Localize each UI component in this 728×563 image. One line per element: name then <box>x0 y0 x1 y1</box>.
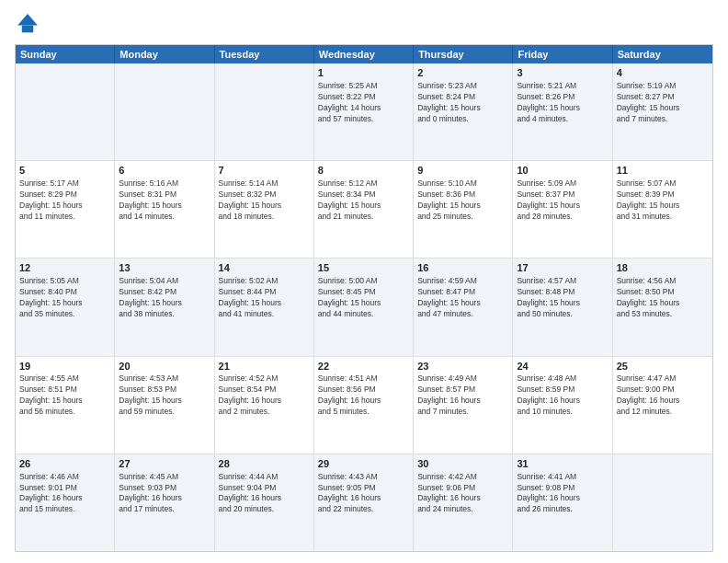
cal-cell: 29Sunrise: 4:43 AM Sunset: 9:05 PM Dayli… <box>314 454 414 551</box>
cell-info: Sunrise: 4:44 AM Sunset: 9:04 PM Dayligh… <box>219 472 310 516</box>
cal-cell: 26Sunrise: 4:46 AM Sunset: 9:01 PM Dayli… <box>16 454 115 551</box>
cell-info: Sunrise: 5:25 AM Sunset: 8:22 PM Dayligh… <box>318 81 409 125</box>
cal-cell: 23Sunrise: 4:49 AM Sunset: 8:57 PM Dayli… <box>414 357 513 454</box>
day-number: 12 <box>19 261 110 275</box>
cal-cell: 6Sunrise: 5:16 AM Sunset: 8:31 PM Daylig… <box>115 161 214 258</box>
cal-row-3: 19Sunrise: 4:55 AM Sunset: 8:51 PM Dayli… <box>16 357 712 454</box>
cal-cell: 1Sunrise: 5:25 AM Sunset: 8:22 PM Daylig… <box>314 63 414 160</box>
cell-info: Sunrise: 5:09 AM Sunset: 8:37 PM Dayligh… <box>517 178 608 223</box>
cell-info: Sunrise: 5:04 AM Sunset: 8:42 PM Dayligh… <box>119 276 210 320</box>
cell-info: Sunrise: 4:55 AM Sunset: 8:51 PM Dayligh… <box>19 373 110 418</box>
cal-cell: 22Sunrise: 4:51 AM Sunset: 8:56 PM Dayli… <box>314 357 414 454</box>
cal-cell: 20Sunrise: 4:53 AM Sunset: 8:53 PM Dayli… <box>115 357 214 454</box>
cal-header-thursday: Thursday <box>414 45 513 63</box>
cal-cell: 12Sunrise: 5:05 AM Sunset: 8:40 PM Dayli… <box>16 259 115 355</box>
cal-cell: 19Sunrise: 4:55 AM Sunset: 8:51 PM Dayli… <box>16 357 115 454</box>
day-number: 23 <box>417 360 508 373</box>
cal-cell: 15Sunrise: 5:00 AM Sunset: 8:45 PM Dayli… <box>314 259 414 355</box>
cell-info: Sunrise: 5:10 AM Sunset: 8:36 PM Dayligh… <box>417 178 508 223</box>
cell-info: Sunrise: 5:00 AM Sunset: 8:45 PM Dayligh… <box>318 276 409 320</box>
day-number: 30 <box>417 457 508 471</box>
cal-header-friday: Friday <box>513 45 612 63</box>
day-number: 3 <box>517 66 608 80</box>
day-number: 15 <box>318 261 409 275</box>
cal-row-0: 1Sunrise: 5:25 AM Sunset: 8:22 PM Daylig… <box>16 63 712 161</box>
cell-info: Sunrise: 5:02 AM Sunset: 8:44 PM Dayligh… <box>219 276 310 320</box>
day-number: 8 <box>318 164 409 178</box>
cell-info: Sunrise: 4:57 AM Sunset: 8:48 PM Dayligh… <box>517 276 608 320</box>
day-number: 13 <box>119 261 210 275</box>
header <box>15 11 713 37</box>
cal-cell: 2Sunrise: 5:23 AM Sunset: 8:24 PM Daylig… <box>414 63 513 160</box>
cal-cell: 17Sunrise: 4:57 AM Sunset: 8:48 PM Dayli… <box>513 259 612 355</box>
cell-info: Sunrise: 5:16 AM Sunset: 8:31 PM Dayligh… <box>119 178 210 223</box>
calendar-header: SundayMondayTuesdayWednesdayThursdayFrid… <box>16 45 712 63</box>
cal-cell: 3Sunrise: 5:21 AM Sunset: 8:26 PM Daylig… <box>513 63 612 160</box>
day-number: 22 <box>318 360 409 373</box>
cal-cell: 11Sunrise: 5:07 AM Sunset: 8:39 PM Dayli… <box>613 161 712 258</box>
day-number: 14 <box>219 261 310 275</box>
cell-info: Sunrise: 4:53 AM Sunset: 8:53 PM Dayligh… <box>119 373 210 418</box>
cell-info: Sunrise: 4:56 AM Sunset: 8:50 PM Dayligh… <box>617 276 709 320</box>
cal-cell <box>613 454 712 551</box>
day-number: 20 <box>119 360 210 373</box>
cal-cell: 7Sunrise: 5:14 AM Sunset: 8:32 PM Daylig… <box>215 161 314 258</box>
cell-info: Sunrise: 4:52 AM Sunset: 8:54 PM Dayligh… <box>219 373 310 418</box>
cal-cell: 5Sunrise: 5:17 AM Sunset: 8:29 PM Daylig… <box>16 161 115 258</box>
day-number: 6 <box>119 164 210 178</box>
cal-cell: 28Sunrise: 4:44 AM Sunset: 9:04 PM Dayli… <box>215 454 314 551</box>
day-number: 4 <box>617 66 709 80</box>
cell-info: Sunrise: 5:07 AM Sunset: 8:39 PM Dayligh… <box>617 178 709 223</box>
calendar: SundayMondayTuesdayWednesdayThursdayFrid… <box>15 44 713 552</box>
cal-cell: 10Sunrise: 5:09 AM Sunset: 8:37 PM Dayli… <box>513 161 612 258</box>
cell-info: Sunrise: 4:49 AM Sunset: 8:57 PM Dayligh… <box>417 373 508 418</box>
cell-info: Sunrise: 5:05 AM Sunset: 8:40 PM Dayligh… <box>19 276 110 320</box>
cal-cell: 13Sunrise: 5:04 AM Sunset: 8:42 PM Dayli… <box>115 259 214 355</box>
calendar-body: 1Sunrise: 5:25 AM Sunset: 8:22 PM Daylig… <box>16 63 712 551</box>
cal-cell: 9Sunrise: 5:10 AM Sunset: 8:36 PM Daylig… <box>414 161 513 258</box>
cal-header-tuesday: Tuesday <box>215 45 314 63</box>
day-number: 27 <box>119 457 210 471</box>
cell-info: Sunrise: 4:59 AM Sunset: 8:47 PM Dayligh… <box>417 276 508 320</box>
cell-info: Sunrise: 4:45 AM Sunset: 9:03 PM Dayligh… <box>119 472 210 516</box>
cell-info: Sunrise: 5:12 AM Sunset: 8:34 PM Dayligh… <box>318 178 409 223</box>
day-number: 31 <box>517 457 608 471</box>
cal-cell: 8Sunrise: 5:12 AM Sunset: 8:34 PM Daylig… <box>314 161 414 258</box>
cell-info: Sunrise: 5:17 AM Sunset: 8:29 PM Dayligh… <box>19 178 110 223</box>
cal-cell: 4Sunrise: 5:19 AM Sunset: 8:27 PM Daylig… <box>613 63 712 160</box>
day-number: 9 <box>417 164 508 178</box>
day-number: 10 <box>517 164 608 178</box>
cell-info: Sunrise: 5:19 AM Sunset: 8:27 PM Dayligh… <box>617 81 709 125</box>
day-number: 18 <box>617 261 709 275</box>
day-number: 1 <box>318 66 409 80</box>
cal-row-2: 12Sunrise: 5:05 AM Sunset: 8:40 PM Dayli… <box>16 259 712 356</box>
cal-cell: 24Sunrise: 4:48 AM Sunset: 8:59 PM Dayli… <box>513 357 612 454</box>
day-number: 2 <box>417 66 508 80</box>
day-number: 24 <box>517 360 608 373</box>
cal-cell: 25Sunrise: 4:47 AM Sunset: 9:00 PM Dayli… <box>613 357 712 454</box>
cal-cell: 14Sunrise: 5:02 AM Sunset: 8:44 PM Dayli… <box>215 259 314 355</box>
cell-info: Sunrise: 5:21 AM Sunset: 8:26 PM Dayligh… <box>517 81 608 125</box>
cell-info: Sunrise: 4:41 AM Sunset: 9:08 PM Dayligh… <box>517 472 608 516</box>
cell-info: Sunrise: 4:43 AM Sunset: 9:05 PM Dayligh… <box>318 472 409 516</box>
cell-info: Sunrise: 5:14 AM Sunset: 8:32 PM Dayligh… <box>219 178 310 223</box>
cal-header-sunday: Sunday <box>16 45 115 63</box>
cal-cell <box>16 63 115 160</box>
cell-info: Sunrise: 4:48 AM Sunset: 8:59 PM Dayligh… <box>517 373 608 418</box>
cal-row-4: 26Sunrise: 4:46 AM Sunset: 9:01 PM Dayli… <box>16 454 712 551</box>
day-number: 26 <box>19 457 110 471</box>
day-number: 11 <box>617 164 709 178</box>
cal-cell <box>115 63 214 160</box>
svg-rect-1 <box>22 26 33 33</box>
cal-header-monday: Monday <box>115 45 214 63</box>
day-number: 7 <box>219 164 310 178</box>
logo <box>15 11 44 37</box>
logo-icon <box>15 11 40 37</box>
day-number: 21 <box>219 360 310 373</box>
cal-cell <box>215 63 314 160</box>
day-number: 29 <box>318 457 409 471</box>
cal-cell: 18Sunrise: 4:56 AM Sunset: 8:50 PM Dayli… <box>613 259 712 355</box>
day-number: 5 <box>19 164 110 178</box>
cal-header-wednesday: Wednesday <box>314 45 414 63</box>
cal-cell: 21Sunrise: 4:52 AM Sunset: 8:54 PM Dayli… <box>215 357 314 454</box>
